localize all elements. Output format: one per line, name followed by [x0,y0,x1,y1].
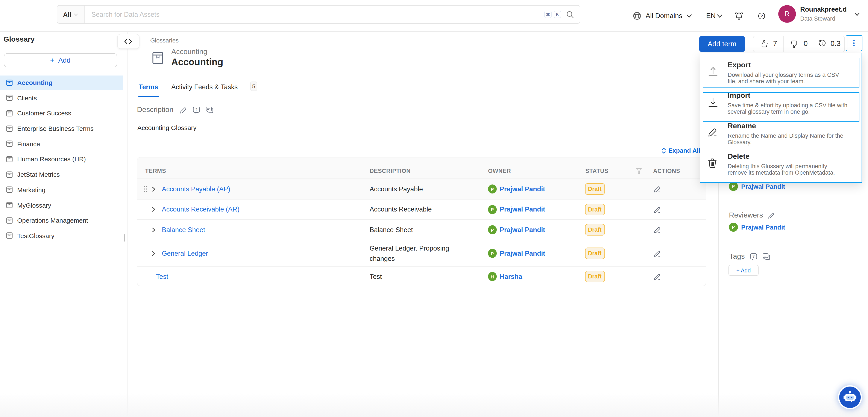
svg-text:?: ? [761,13,763,18]
svg-text:?: ? [195,107,197,111]
svg-text:?: ? [752,254,754,258]
